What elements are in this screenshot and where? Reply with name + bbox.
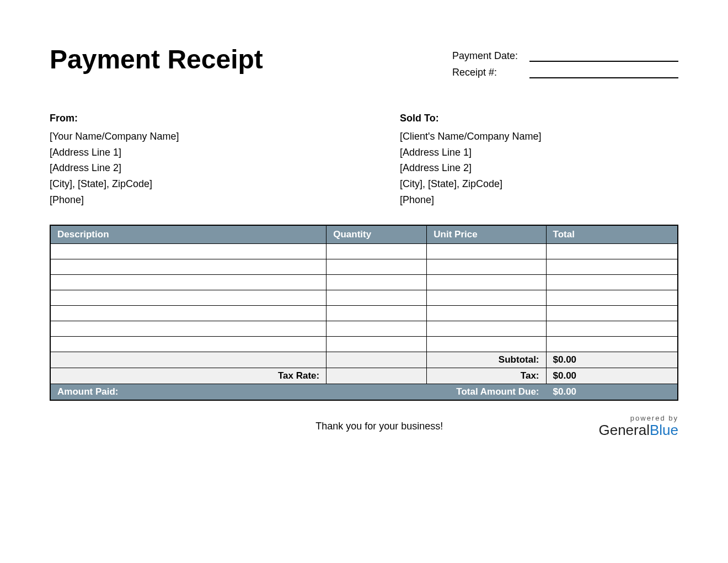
- from-line: [Phone]: [50, 192, 400, 208]
- page-title: Payment Receipt: [50, 44, 263, 75]
- table-body: Subtotal: $0.00 Tax Rate: Tax: $0.00 Amo…: [50, 243, 678, 400]
- cell-unit-price[interactable]: [427, 259, 546, 274]
- from-line: [Address Line 2]: [50, 160, 400, 176]
- total-due-label: Total Amount Due:: [427, 384, 546, 400]
- cell-description[interactable]: [50, 259, 326, 274]
- payment-date-row: Payment Date:: [452, 50, 678, 62]
- amount-paid-value[interactable]: [326, 384, 427, 400]
- sold-to-heading: Sold To:: [400, 110, 678, 126]
- table-row: [50, 305, 678, 321]
- header: Payment Receipt Payment Date: Receipt #:: [50, 44, 678, 83]
- cell-description[interactable]: [50, 243, 326, 259]
- sold-to-address: Sold To: [Client's Name/Company Name] [A…: [400, 110, 678, 208]
- thank-you-text: Thank you for your business!: [160, 421, 598, 432]
- items-table: Description Quantity Unit Price Total Su…: [50, 225, 678, 401]
- table-row: [50, 243, 678, 259]
- tax-rate-value[interactable]: [326, 368, 427, 384]
- header-unit-price: Unit Price: [427, 225, 546, 244]
- cell-unit-price[interactable]: [427, 305, 546, 321]
- sold-to-line: [Client's Name/Company Name]: [400, 129, 678, 145]
- from-address: From: [Your Name/Company Name] [Address …: [50, 110, 400, 208]
- from-line: [City], [State], ZipCode]: [50, 176, 400, 192]
- payment-date-label: Payment Date:: [452, 50, 529, 62]
- sold-to-line: [Address Line 1]: [400, 145, 678, 161]
- cell-total[interactable]: [546, 336, 678, 352]
- total-due-value: $0.00: [546, 384, 678, 400]
- powered-by-badge: powered by GeneralBlue: [598, 415, 678, 438]
- subtotal-row: Subtotal: $0.00: [50, 352, 678, 368]
- sold-to-line: [Phone]: [400, 192, 678, 208]
- cell-description[interactable]: [50, 290, 326, 305]
- cell-description[interactable]: [50, 321, 326, 336]
- cell-unit-price[interactable]: [427, 336, 546, 352]
- brand-blue: Blue: [650, 422, 678, 438]
- cell-quantity[interactable]: [326, 259, 427, 274]
- header-quantity: Quantity: [326, 225, 427, 244]
- table-row: [50, 321, 678, 336]
- amount-paid-label: Amount Paid:: [50, 384, 326, 400]
- cell-unit-price[interactable]: [427, 243, 546, 259]
- table-header-row: Description Quantity Unit Price Total: [50, 225, 678, 244]
- cell-total[interactable]: [546, 243, 678, 259]
- table-row: [50, 336, 678, 352]
- receipt-number-field[interactable]: [529, 66, 678, 78]
- address-section: From: [Your Name/Company Name] [Address …: [50, 110, 678, 208]
- cell-description[interactable]: [50, 336, 326, 352]
- sold-to-line: [Address Line 2]: [400, 160, 678, 176]
- header-description: Description: [50, 225, 326, 244]
- table-row: [50, 274, 678, 290]
- cell-total[interactable]: [546, 305, 678, 321]
- cell-quantity[interactable]: [326, 243, 427, 259]
- tax-row: Tax Rate: Tax: $0.00: [50, 368, 678, 384]
- cell-total[interactable]: [546, 290, 678, 305]
- blank-cell: [326, 352, 427, 368]
- receipt-number-label: Receipt #:: [452, 67, 529, 78]
- brand-general: General: [598, 422, 650, 438]
- cell-description[interactable]: [50, 305, 326, 321]
- cell-description[interactable]: [50, 274, 326, 290]
- header-total: Total: [546, 225, 678, 244]
- cell-total[interactable]: [546, 321, 678, 336]
- table-row: [50, 290, 678, 305]
- brand-logo: GeneralBlue: [598, 422, 678, 438]
- footer: Thank you for your business! powered by …: [50, 415, 678, 438]
- from-line: [Your Name/Company Name]: [50, 129, 400, 145]
- tax-label: Tax:: [427, 368, 546, 384]
- blank-cell: [50, 352, 326, 368]
- cell-quantity[interactable]: [326, 305, 427, 321]
- subtotal-value: $0.00: [546, 352, 678, 368]
- subtotal-label: Subtotal:: [427, 352, 546, 368]
- cell-unit-price[interactable]: [427, 290, 546, 305]
- cell-quantity[interactable]: [326, 321, 427, 336]
- payment-date-field[interactable]: [529, 50, 678, 62]
- cell-unit-price[interactable]: [427, 274, 546, 290]
- table-row: [50, 259, 678, 274]
- total-due-row: Amount Paid: Total Amount Due: $0.00: [50, 384, 678, 400]
- cell-total[interactable]: [546, 274, 678, 290]
- receipt-meta: Payment Date: Receipt #:: [452, 50, 678, 83]
- powered-by-label: powered by: [598, 415, 678, 422]
- cell-quantity[interactable]: [326, 274, 427, 290]
- tax-value: $0.00: [546, 368, 678, 384]
- tax-rate-label: Tax Rate:: [50, 368, 326, 384]
- cell-quantity[interactable]: [326, 336, 427, 352]
- from-heading: From:: [50, 110, 400, 126]
- cell-unit-price[interactable]: [427, 321, 546, 336]
- from-line: [Address Line 1]: [50, 145, 400, 161]
- cell-quantity[interactable]: [326, 290, 427, 305]
- cell-total[interactable]: [546, 259, 678, 274]
- receipt-number-row: Receipt #:: [452, 66, 678, 78]
- sold-to-line: [City], [State], ZipCode]: [400, 176, 678, 192]
